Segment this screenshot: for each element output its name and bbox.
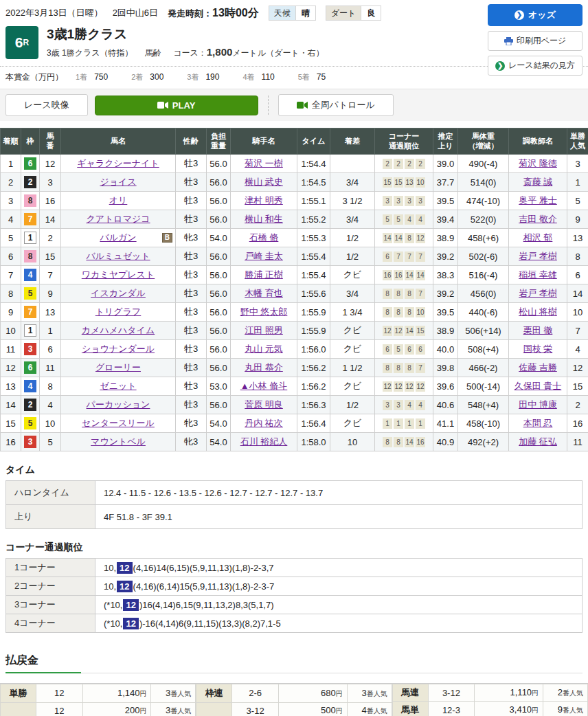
odds-button[interactable]: ❯ オッズ [488,4,583,26]
sex-age: 牡3 [176,396,207,414]
corner-position-chip: 3 [394,400,403,410]
horse-link[interactable]: ワカミヤプレスト [82,269,155,280]
horse-body-weight: 508(+4) [458,340,509,359]
sex-age: 牝3 [176,433,207,451]
trainer-link[interactable]: 国枝 栄 [523,344,553,354]
corner-position-chip: 8 [394,307,403,317]
margin: クビ [330,414,375,433]
horse-link[interactable]: イスカンダル [91,288,146,298]
horse-link[interactable]: バルミュゼット [86,251,150,261]
jockey-link[interactable]: 野中 悠太郎 [240,306,288,317]
jockey-link[interactable]: 菅原 明良 [245,399,283,410]
win-favorite-rank: 6 [567,266,588,284]
trainer-link[interactable]: 栗田 徹 [523,325,553,335]
jockey-link[interactable]: 石橋 脩 [249,232,279,243]
corner-position-chip: 2 [383,159,392,169]
jockey-link[interactable]: 丸田 恭介 [245,362,283,372]
jockey-link[interactable]: 勝浦 正樹 [245,269,283,280]
jockey-cell: 丹内 祐次 [231,414,297,433]
estimated-last-3f: 39.5 [433,303,458,322]
corner-position-chip: 8 [383,437,392,447]
margin: 1 1/2 [330,359,375,377]
trainer-link[interactable]: 稲垣 幸雄 [519,269,557,280]
trainer-link[interactable]: 加藤 征弘 [519,436,557,447]
column-header: 馬 番 [40,128,61,155]
corner-position-chip: 8 [383,307,392,317]
jockey-link[interactable]: 木幡 育也 [245,288,283,298]
margin: クビ [330,340,375,359]
horse-link[interactable]: バルガン [100,232,136,243]
horse-link[interactable]: クアトロマジコ [86,214,150,224]
horse-link[interactable]: グローリー [95,362,141,372]
win-favorite-rank: 7 [567,322,588,340]
trainer-link[interactable]: 久保田 貴士 [514,381,562,391]
result-guide-button[interactable]: ❯ レース結果の見方 [488,56,583,76]
jockey-link[interactable]: 丸山 元気 [245,344,283,354]
trainer-link[interactable]: 田中 博康 [519,399,557,410]
column-header: 着順 [1,128,21,155]
trainer-link[interactable]: 本間 忍 [523,418,553,428]
jockey-link[interactable]: 石川 裕紀人 [240,436,288,447]
trainer-link[interactable]: 吉田 敬介 [519,214,557,224]
horse-link[interactable]: カメハメハタイム [82,325,155,335]
horse-link[interactable]: ジョイス [100,177,136,187]
bet-combination: 12-3 [428,702,475,716]
trainer-link[interactable]: 相沢 郁 [523,232,553,243]
trainer-link[interactable]: 佐藤 吉勝 [519,362,557,372]
jockey-link[interactable]: 戸崎 圭太 [245,251,283,261]
bracket-number-badge: 8 [24,194,36,207]
race-video-button[interactable]: レース映像 [5,94,88,116]
horse-link[interactable]: パーカッション [87,399,150,410]
bracket-number-cell: 4 [21,266,40,284]
trainer-link[interactable]: 松山 将樹 [519,306,557,317]
jockey-link[interactable]: 丹内 祐次 [245,418,283,428]
play-button[interactable]: PLAY [95,96,258,115]
trainer-link[interactable]: 奥平 雅士 [519,195,557,205]
estimated-last-3f: 38.3 [433,266,458,284]
payout-amount: 3,410円 [475,702,543,716]
jockey-cell: 石橋 脩 [231,229,297,247]
corner-position-chip: 7 [416,251,425,262]
trainer-cell: 松山 将樹 [509,303,567,322]
start-time-value: 13時00分 [212,7,259,19]
corner-positions: 12121415 [375,322,433,340]
jockey-link[interactable]: 江田 照男 [245,325,283,335]
horse-link[interactable]: マウントベル [91,436,146,447]
weather-label: 天候 [269,6,295,20]
horse-link[interactable]: オリ [109,195,128,205]
horse-link[interactable]: センタースリール [82,418,155,428]
prize-place: 2着 [131,73,143,81]
bracket-number-badge: 2 [24,399,36,411]
prize-amount: 75 [317,72,326,82]
jockey-link[interactable]: 菊沢 一樹 [245,158,283,168]
jockey-link[interactable]: 津村 明秀 [245,195,283,205]
trainer-link[interactable]: 菊沢 隆徳 [519,158,557,168]
trainer-cell: 稲垣 幸雄 [509,266,567,284]
horse-name-cell: バルガンB [61,229,176,247]
jockey-link[interactable]: ▲小林 脩斗 [240,381,287,391]
prize-amount: 110 [262,72,275,82]
trainer-link[interactable]: 岩戸 孝樹 [519,288,557,298]
trainer-cell: 国枝 栄 [509,340,567,359]
horse-name-cell: クアトロマジコ [61,210,176,229]
bet-combination: 3-12 [232,702,279,716]
corner-position-chip: 3 [405,196,414,206]
trainer-link[interactable]: 岩戸 孝樹 [519,251,557,261]
horse-link[interactable]: ショウナンダール [82,344,155,354]
trainer-cell: 岩戸 孝樹 [509,247,567,266]
finish-position: 15 [1,414,21,433]
margin: 3 1/2 [330,192,375,210]
print-page-button[interactable]: 印刷用ページ [488,31,583,51]
column-header: タイム [297,128,330,155]
horse-link[interactable]: トリグラフ [95,306,142,317]
jockey-link[interactable]: 横山 武史 [245,177,283,187]
patrol-video-button[interactable]: 全周パトロール [278,94,394,116]
trainer-link[interactable]: 斎藤 誠 [523,177,553,187]
finish-time: 1:58.0 [297,433,330,451]
race-date: 2022年3月13日（日曜） [5,7,103,19]
bracket-number-cell: 4 [21,377,40,396]
finish-position: 14 [1,396,21,414]
horse-link[interactable]: ギャラクシーナイト [77,158,159,168]
jockey-link[interactable]: 横山 和生 [245,214,283,224]
horse-link[interactable]: ゼニット [100,381,136,391]
